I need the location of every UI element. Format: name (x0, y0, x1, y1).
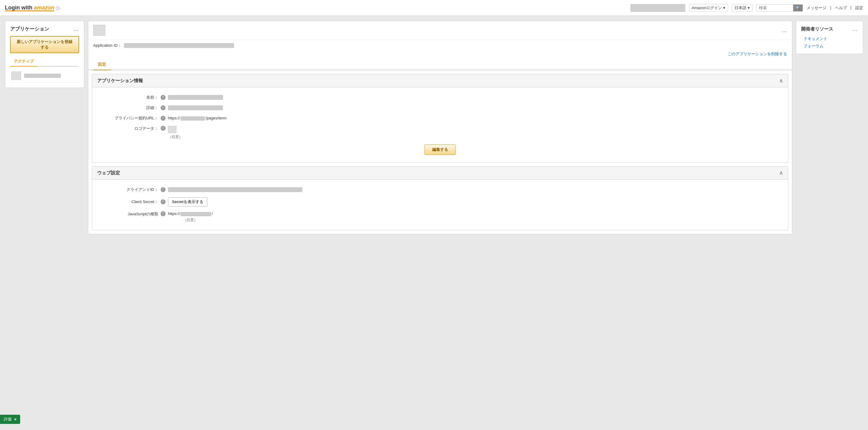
applications-panel-header: アプリケーション ... (10, 26, 79, 32)
dev-resources-title: 開発者リソース (801, 26, 833, 32)
field-row-name: 名前： ? (92, 92, 788, 102)
nav-message[interactable]: メッセージ (807, 5, 827, 11)
dev-resources-panel: 開発者リソース ... ドキュメント フォーラム (796, 21, 863, 54)
register-app-button[interactable]: 新しいアプリケーションを登録する (10, 36, 79, 53)
field-value-client-id (168, 187, 302, 192)
field-label-privacy: プライバシー規約URL： (97, 116, 158, 121)
edit-button-container: 編集する (92, 145, 788, 155)
applications-menu-button[interactable]: ... (73, 26, 79, 32)
search-button[interactable]: 🔍 (793, 5, 803, 11)
logo-image (168, 126, 177, 133)
header-nav: メッセージ | ヘルプ | 設定 (807, 5, 863, 11)
privacy-url-blur (181, 116, 205, 121)
web-settings-body: クライアントID： ? Client Secret： ? Secretを表示する… (92, 180, 788, 230)
nav-help[interactable]: ヘルプ (835, 5, 847, 11)
delete-app-link[interactable]: このアプリケーションを削除する (88, 51, 792, 59)
dev-links-list: ドキュメント フォーラム (801, 36, 858, 49)
app-id-value (124, 43, 234, 48)
field-row-client-secret: Client Secret： ? Secretを表示する (92, 195, 788, 209)
help-icon-detail[interactable]: ? (161, 105, 165, 110)
dropdown-arrow-icon: ▾ (723, 5, 725, 10)
lang-dropdown-label: 日本語 (735, 5, 746, 11)
right-panel: 開発者リソース ... ドキュメント フォーラム (796, 21, 863, 425)
logo: Login with amazon (5, 5, 54, 11)
amazon-dropdown-label: Amazonログイン (692, 5, 722, 11)
header-search-bar (630, 4, 685, 12)
amazon-login-dropdown[interactable]: Amazonログイン ▾ (689, 4, 728, 12)
app-info-title: アプリケーション情報 (97, 78, 143, 84)
eval-badge: 評価 × (0, 415, 20, 424)
logo-login-text: Login with (5, 5, 34, 11)
nav-sep1: | (830, 5, 831, 11)
show-secret-button[interactable]: Secretを表示する (168, 197, 207, 207)
app-info-section-header: アプリケーション情報 ∧ (92, 74, 788, 87)
list-item[interactable] (10, 69, 79, 83)
app-header-card: ... Application ID： このアプリケーションを削除する 設定 ア… (88, 21, 792, 234)
field-row-logo: ロゴデータ： ? （任意） (92, 123, 788, 142)
language-dropdown[interactable]: 日本語 ▾ (732, 4, 752, 12)
field-row-detail: 詳細： ? (92, 102, 788, 113)
js-url-prefix: https:// (168, 211, 180, 216)
field-value-privacy: https:///pages/term (168, 116, 227, 121)
field-row-privacy: プライバシー規約URL： ? https:///pages/term (92, 113, 788, 123)
field-label-client-secret: Client Secret： (97, 199, 158, 205)
tab-settings[interactable]: 設定 (93, 59, 111, 70)
help-icon-name[interactable]: ? (161, 95, 165, 100)
search-box: 🔍 (756, 4, 803, 11)
logo-amazon-text: amazon (34, 5, 54, 11)
app-thumbnail-icon (11, 71, 21, 80)
dev-resources-menu-button[interactable]: ... (852, 26, 858, 32)
privacy-url-suffix: /pages/term (206, 116, 227, 120)
logo-area: Login with amazon ▷ (5, 5, 60, 11)
optional-label-js: （任意） (168, 217, 213, 223)
web-settings-toggle[interactable]: ∧ (779, 170, 783, 176)
field-label-js-types: JavaScriptの種類 (97, 211, 158, 217)
app-card-menu-button[interactable]: ... (781, 27, 787, 34)
app-icon-large (93, 25, 105, 36)
help-icon-logo[interactable]: ? (161, 126, 165, 131)
help-icon-privacy[interactable]: ? (161, 116, 165, 121)
field-value-name (168, 95, 223, 100)
eval-close-button[interactable]: × (14, 417, 17, 422)
field-label-logo: ロゴデータ： (97, 126, 158, 131)
privacy-url-prefix: https:// (168, 116, 180, 120)
app-tab-bar: アクティブ (10, 57, 79, 67)
js-url-blur (181, 212, 211, 216)
nav-settings[interactable]: 設定 (855, 5, 863, 11)
nav-sep2: | (850, 5, 851, 11)
field-label-name: 名前： (97, 95, 158, 100)
app-card-header: ... (88, 21, 792, 40)
field-row-js-types: JavaScriptの種類 ? https:/// （任意） (92, 209, 788, 225)
applications-panel: アプリケーション ... 新しいアプリケーションを登録する アクティブ (5, 21, 84, 88)
field-row-client-id: クライアントID： ? (92, 184, 788, 195)
center-panel: ... Application ID： このアプリケーションを削除する 設定 ア… (88, 21, 792, 425)
dev-resources-header: 開発者リソース ... (801, 26, 858, 32)
js-url-value: https:/// (168, 211, 213, 216)
web-settings-section: ウェブ設定 ∧ クライアントID： ? Client Secret： ? Sec… (92, 166, 788, 230)
doc-link[interactable]: ドキュメント (804, 36, 858, 41)
app-info-toggle[interactable]: ∧ (779, 77, 783, 84)
search-input[interactable] (756, 5, 793, 11)
help-icon-client-secret[interactable]: ? (161, 199, 165, 204)
forum-link[interactable]: フォーラム (804, 43, 858, 49)
field-value-detail (168, 105, 223, 110)
header: Login with amazon ▷ Amazonログイン ▾ 日本語 ▾ 🔍… (0, 0, 868, 16)
app-id-label: Application ID： (93, 43, 122, 48)
settings-tab-bar: 設定 (88, 59, 792, 70)
eval-label: 評価 (4, 417, 11, 422)
left-panel: アプリケーション ... 新しいアプリケーションを登録する アクティブ (5, 21, 84, 425)
help-icon-client-id[interactable]: ? (161, 187, 165, 192)
app-name-bar (24, 73, 61, 78)
app-id-row: Application ID： (88, 40, 792, 51)
edit-button[interactable]: 編集する (425, 145, 456, 155)
help-icon-js-types[interactable]: ? (161, 211, 165, 216)
logo-text: Login with amazon (5, 5, 54, 11)
web-settings-section-header: ウェブ設定 ∧ (92, 166, 788, 180)
tab-active[interactable]: アクティブ (10, 57, 37, 67)
applications-panel-title: アプリケーション (10, 26, 49, 32)
web-settings-title: ウェブ設定 (97, 170, 120, 176)
nav-arrow-icon: ▷ (57, 5, 60, 11)
app-info-body: 名前： ? 詳細： ? プライバシー規約URL： ? (92, 87, 788, 162)
field-label-detail: 詳細： (97, 105, 158, 111)
main-content: アプリケーション ... 新しいアプリケーションを登録する アクティブ ... … (0, 16, 868, 430)
